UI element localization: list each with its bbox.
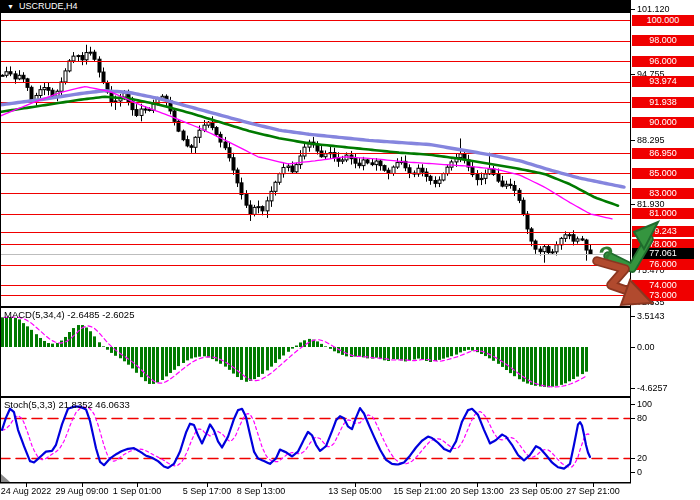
time-tick-label: 24 Aug 2022 [1, 486, 52, 496]
time-tick-label: 5 Sep 17:00 [183, 486, 232, 496]
stoch-tick-label: 100 [637, 399, 652, 409]
price-tick-label: 101.120 [637, 4, 670, 14]
stoch-tick-label: 0 [637, 467, 642, 477]
price-level-label: 91.938 [632, 97, 694, 108]
stoch-indicator-label: Stoch(5,3,3) 21.8352 46.0633 [4, 399, 130, 410]
price-level-label: 85.000 [632, 168, 694, 179]
price-level-label: 93.974 [632, 76, 694, 87]
price-level-label: 90.000 [632, 117, 694, 128]
price-level-label: 86.950 [632, 148, 694, 159]
time-tick-label: 8 Sep 13:00 [237, 486, 286, 496]
time-tick-label: 20 Sep 13:00 [450, 486, 504, 496]
up-arrow[interactable] [608, 222, 658, 268]
trading-chart-window: ▼USCRUDE,H4 MACD(5,34,4) -2.6485 -2.6025… [0, 0, 700, 500]
symbol-dropdown-icon[interactable]: ▼ [7, 0, 14, 13]
time-tick-label: 13 Sep 05:00 [328, 486, 382, 496]
chart-title-bar: ▼USCRUDE,H4 [0, 0, 630, 13]
macd-tick-label: -4.6257 [637, 383, 668, 393]
down-arrow[interactable] [597, 261, 652, 305]
macd-indicator-label: MACD(5,34,4) -2.6485 -2.6025 [4, 309, 134, 320]
forecast-annotation: ? [592, 218, 670, 314]
price-level-label: 83.000 [632, 188, 694, 199]
price-tick-label: 88.295 [637, 135, 665, 145]
time-tick-label: 27 Sep 21:00 [566, 486, 620, 496]
chart-symbol-timeframe: USCRUDE,H4 [19, 1, 78, 11]
stoch-tick-label: 20 [637, 453, 647, 463]
stoch-tick-label: 80 [637, 413, 647, 423]
macd-tick-label: 0.00 [637, 342, 655, 352]
time-tick-label: 15 Sep 21:00 [393, 486, 447, 496]
price-level-label: 96.000 [632, 56, 694, 67]
time-tick-label: 29 Aug 09:00 [55, 486, 108, 496]
price-level-label: 98.000 [632, 35, 694, 46]
time-tick-label: 1 Sep 01:00 [113, 486, 162, 496]
price-level-label: 100.000 [632, 15, 694, 26]
time-tick-label: 23 Sep 05:00 [509, 486, 563, 496]
